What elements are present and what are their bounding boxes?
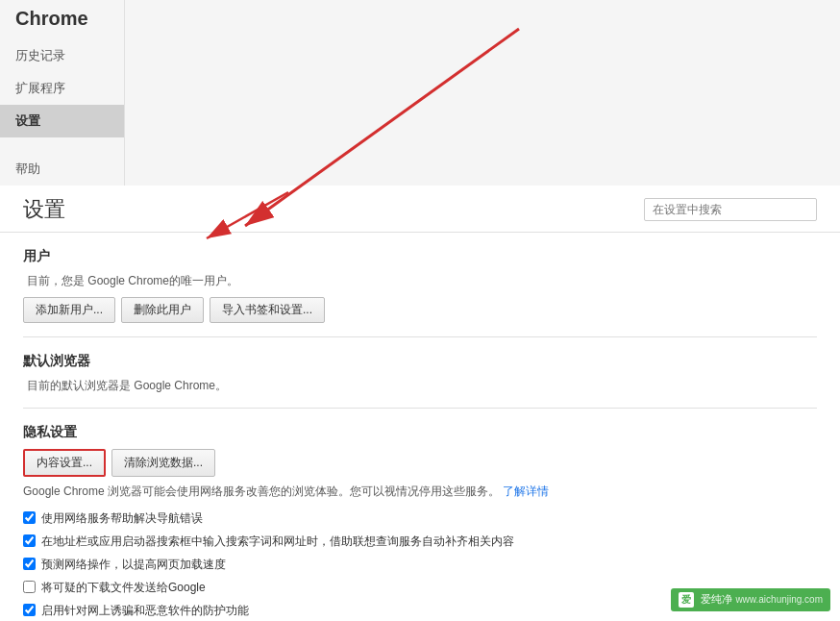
checkbox-nav-error[interactable]: [23, 511, 36, 524]
watermark-url: www.aichunjing.com: [735, 594, 823, 605]
sidebar: Chrome 历史记录 扩展程序 设置 帮助: [0, 0, 125, 186]
checkbox-nav-error-label: 使用网络服务帮助解决导航错误: [41, 509, 203, 527]
divider-1: [23, 336, 817, 337]
delete-user-button[interactable]: 删除此用户: [121, 297, 204, 323]
sidebar-item-extensions[interactable]: 扩展程序: [0, 72, 124, 105]
users-desc: 目前，您是 Google Chrome的唯一用户。: [27, 273, 817, 289]
clear-data-button[interactable]: 清除浏览数据...: [111, 449, 215, 477]
checkbox-predict-network-label: 预测网络操作，以提高网页加载速度: [41, 556, 226, 573]
watermark-icon: 爱: [679, 592, 694, 608]
checkbox-predict-network[interactable]: [23, 558, 36, 570]
page-title: 设置: [23, 195, 65, 224]
settings-content: 用户 目前，您是 Google Chrome的唯一用户。 添加新用户... 删除…: [0, 233, 840, 621]
watermark: 爱 爱纯净 www.aichunjing.com: [671, 588, 830, 611]
app-title: Chrome: [0, 0, 124, 39]
checkbox-autocomplete[interactable]: [23, 534, 36, 547]
privacy-desc: Google Chrome 浏览器可能会使用网络服务改善您的浏览体验。您可以视情…: [23, 483, 817, 500]
default-browser-title: 默认浏览器: [23, 353, 817, 370]
add-user-button[interactable]: 添加新用户...: [23, 297, 115, 323]
privacy-checkbox-3: 预测网络操作，以提高网页加载速度: [23, 556, 817, 573]
users-buttons: 添加新用户... 删除此用户 导入书签和设置...: [23, 297, 817, 323]
privacy-checkbox-2: 在地址栏或应用启动器搜索框中输入搜索字词和网址时，借助联想查询服务自动补齐相关内…: [23, 533, 817, 550]
privacy-checkbox-1: 使用网络服务帮助解决导航错误: [23, 509, 817, 527]
main-content: 设置 用户 目前，您是 Google Chrome的唯一用户。 添加新用户...…: [0, 186, 840, 621]
checkbox-suspicious-download[interactable]: [23, 581, 36, 593]
checkbox-suspicious-download-label: 将可疑的下载文件发送给Google: [41, 579, 206, 596]
sidebar-item-history[interactable]: 历史记录: [0, 39, 124, 72]
search-input[interactable]: [644, 198, 817, 221]
page-header: 设置: [0, 186, 840, 233]
learn-more-link[interactable]: 了解详情: [503, 484, 549, 498]
content-settings-button[interactable]: 内容设置...: [23, 449, 106, 477]
watermark-text: 爱纯净: [701, 593, 732, 605]
privacy-desc-text: Google Chrome 浏览器可能会使用网络服务改善您的浏览体验。您可以视情…: [23, 484, 500, 498]
privacy-buttons: 内容设置... 清除浏览数据...: [23, 449, 817, 477]
sidebar-item-help[interactable]: 帮助: [0, 153, 124, 186]
checkbox-safe-browsing[interactable]: [23, 604, 36, 616]
sidebar-item-settings[interactable]: 设置: [0, 105, 124, 137]
checkbox-safe-browsing-label: 启用针对网上诱骗和恶意软件的防护功能: [41, 602, 249, 619]
checkbox-autocomplete-label: 在地址栏或应用启动器搜索框中输入搜索字词和网址时，借助联想查询服务自动补齐相关内…: [41, 533, 514, 550]
users-section-title: 用户: [23, 248, 817, 265]
import-bookmarks-button[interactable]: 导入书签和设置...: [210, 297, 325, 323]
default-browser-desc: 目前的默认浏览器是 Google Chrome。: [27, 378, 817, 394]
privacy-section-title: 隐私设置: [23, 424, 817, 441]
divider-2: [23, 408, 817, 409]
